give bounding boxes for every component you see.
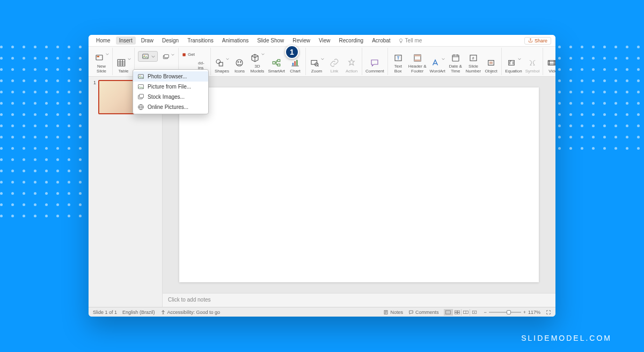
svg-rect-35 [140, 94, 144, 98]
dropdown-online-pictures[interactable]: Online Pictures... [133, 102, 208, 112]
svg-point-12 [240, 62, 241, 63]
tell-me-search[interactable]: Tell me [398, 38, 422, 43]
photo-browser-icon [137, 73, 144, 80]
zoom-control[interactable]: − + 117% [484, 310, 540, 315]
ribbon-group-tables: Table [113, 48, 135, 75]
svg-rect-43 [458, 312, 460, 314]
menu-transitions[interactable]: Transitions [184, 36, 217, 45]
action-button: Action [345, 57, 358, 74]
svg-rect-2 [118, 60, 125, 66]
screenshot-icon [162, 54, 170, 61]
share-button[interactable]: Share [524, 37, 551, 45]
menu-recording[interactable]: Recording [336, 36, 367, 45]
status-comments-button[interactable]: Comments [408, 310, 439, 315]
zoom-button[interactable]: Zoom [309, 55, 324, 74]
menu-design[interactable]: Design [159, 36, 182, 45]
notes-icon [383, 310, 389, 315]
3d-models-button[interactable]: 3D Models [250, 50, 265, 74]
status-language[interactable]: English (Brazil) [122, 310, 155, 315]
zoom-slider-thumb[interactable] [507, 310, 511, 314]
shapes-button[interactable]: Shapes [214, 55, 229, 74]
ribbon-group-text: Text Box Header & Footer WordArt Date & … [388, 48, 502, 75]
get-addins-button[interactable]: Get [182, 51, 195, 58]
chevron-down-icon [442, 57, 445, 61]
table-button[interactable]: Table [116, 55, 131, 74]
menu-bar: Home Insert Draw Design Transitions Anim… [89, 35, 555, 47]
video-button[interactable]: Video [546, 55, 555, 74]
view-sorter-icon [455, 310, 460, 315]
date-time-button[interactable]: Date & Time [449, 53, 463, 74]
dropdown-stock-images[interactable]: Stock Images... [133, 92, 208, 102]
menu-draw[interactable]: Draw [138, 36, 157, 45]
zoom-out-button[interactable]: − [484, 310, 486, 315]
svg-rect-24 [414, 60, 421, 61]
svg-point-37 [163, 310, 164, 311]
new-slide-button[interactable]: New Slide [94, 50, 109, 74]
wordart-button[interactable]: WordArt [430, 55, 445, 74]
equation-button[interactable]: Equation [505, 55, 522, 74]
menu-review[interactable]: Review [289, 36, 313, 45]
action-icon [347, 58, 356, 68]
ribbon-group-comments: Comment [362, 48, 388, 75]
view-reading[interactable] [461, 309, 470, 316]
smartart-button[interactable]: SmartArt [268, 57, 285, 74]
menu-slideshow[interactable]: Slide Show [254, 36, 287, 45]
fit-to-window-button[interactable] [546, 310, 551, 315]
slide-number-button[interactable]: # Slide Number [466, 53, 481, 74]
dropdown-photo-browser[interactable]: Photo Browser... [133, 71, 208, 82]
status-notes-button[interactable]: Notes [383, 310, 403, 315]
svg-rect-29 [489, 62, 493, 64]
comment-icon [370, 58, 379, 68]
svg-rect-15 [278, 64, 281, 66]
chevron-down-icon [128, 57, 131, 61]
chart-icon [290, 58, 300, 68]
equation-icon [507, 58, 516, 68]
pictures-button[interactable] [138, 51, 158, 62]
ribbon-group-links: Zoom Link Action [306, 48, 362, 75]
view-normal-icon [445, 310, 451, 315]
lightbulb-icon [398, 38, 404, 43]
stock-images-icon [137, 93, 144, 100]
menu-home[interactable]: Home [93, 36, 114, 45]
text-box-button[interactable]: Text Box [391, 53, 405, 74]
ribbon-group-media: Video Audio [543, 48, 555, 75]
menu-acrobat[interactable]: Acrobat [369, 36, 393, 45]
status-accessibility[interactable]: Accessibility: Good to go [160, 310, 221, 315]
header-footer-button[interactable]: Header & Footer [408, 53, 427, 74]
slide-number-label: 1 [92, 80, 96, 114]
slide-stage[interactable] [163, 77, 555, 293]
menu-insert[interactable]: Insert [116, 36, 136, 45]
chevron-down-icon [261, 53, 265, 56]
screenshot-button[interactable] [161, 51, 175, 62]
chevron-down-icon [518, 57, 521, 61]
chart-button[interactable]: Chart [288, 57, 302, 74]
notes-pane[interactable]: Click to add notes [163, 293, 555, 307]
svg-point-11 [238, 62, 239, 63]
icons-button[interactable]: Icons [232, 57, 246, 74]
addins-icon [182, 51, 186, 58]
zoom-in-button[interactable]: + [523, 310, 526, 315]
view-slideshow[interactable] [470, 309, 478, 316]
object-button[interactable]: Object [484, 57, 498, 74]
view-sorter[interactable] [452, 309, 461, 316]
dropdown-picture-from-file[interactable]: Picture from File... [133, 82, 208, 92]
link-icon [330, 58, 339, 68]
view-normal[interactable] [444, 309, 452, 316]
slide-editor: Click to add notes [163, 77, 555, 307]
menu-animations[interactable]: Animations [219, 36, 252, 45]
symbol-button: Symbol [525, 57, 540, 74]
svg-rect-25 [452, 55, 459, 61]
pictures-icon [141, 53, 150, 60]
pictures-dropdown: Photo Browser... Picture from File... St… [133, 69, 209, 114]
slide-canvas[interactable] [179, 87, 539, 282]
slide-number-icon: # [469, 53, 478, 63]
svg-rect-41 [458, 310, 460, 312]
menu-view[interactable]: View [316, 36, 334, 45]
svg-rect-18 [296, 60, 297, 66]
svg-rect-1 [97, 56, 100, 57]
comment-button[interactable]: Comment [365, 57, 384, 74]
svg-rect-42 [455, 312, 457, 314]
zoom-slider[interactable] [489, 312, 521, 313]
video-icon [547, 58, 555, 68]
zoom-percentage[interactable]: 117% [528, 310, 540, 315]
